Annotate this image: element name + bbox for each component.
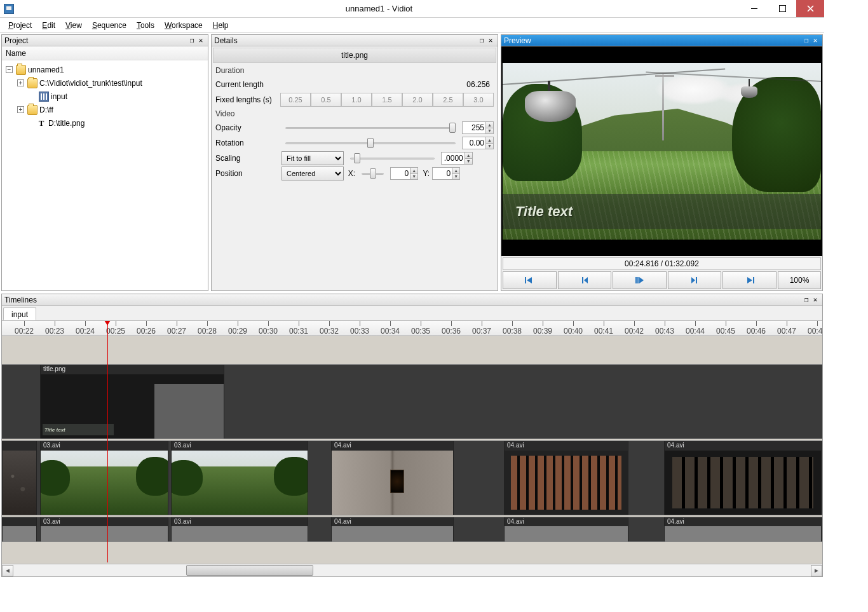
panel-close-icon[interactable]: ✕ [811, 296, 820, 304]
preview-viewport[interactable]: Title text [501, 46, 822, 256]
video-track-1[interactable]: 03.avi03.avi04.avi04.avi04.avi [2, 440, 822, 515]
position-y-value[interactable]: 0▲▼ [432, 167, 460, 180]
fixed-length-button[interactable]: 2.0 [402, 93, 433, 107]
ruler-tick: 00:36 [442, 321, 461, 336]
tree-root[interactable]: unnamed1 [3, 63, 207, 76]
clip-label: 03.avi [172, 517, 308, 526]
ruler-tick: 00:23 [45, 321, 64, 336]
position-x-value[interactable]: 0▲▼ [390, 167, 418, 180]
project-panel-header[interactable]: Project ❐ ✕ [2, 35, 208, 46]
menu-workspace[interactable]: Workspace [160, 19, 207, 32]
position-mode[interactable]: Centered [281, 167, 344, 180]
timelines-panel-header[interactable]: Timelines ❐ ✕ [2, 294, 822, 306]
panel-restore-icon[interactable]: ❐ [802, 296, 811, 304]
folder-icon [27, 78, 37, 88]
tree-item[interactable]: C:\Vidiot\vidiot_trunk\test\input [3, 76, 207, 90]
current-length-value: 06.256 [466, 80, 494, 89]
scroll-thumb[interactable] [186, 565, 313, 576]
timeline-clip[interactable]: 04.avi [504, 441, 628, 515]
menu-tools[interactable]: Tools [132, 19, 159, 32]
ruler-tick: 00:28 [198, 321, 217, 336]
ruler-tick: 00:42 [625, 321, 644, 336]
opacity-slider[interactable] [285, 122, 456, 133]
play-button[interactable] [613, 271, 667, 289]
x-label: X: [346, 169, 355, 178]
clip-label: title.png [41, 365, 224, 374]
maximize-button[interactable] [768, 0, 796, 17]
fixed-length-button[interactable]: 1.5 [372, 93, 402, 107]
tree-item[interactable]: D:\ff [3, 103, 207, 116]
timeline-tab[interactable]: input [3, 307, 36, 320]
preview-panel-header[interactable]: Preview ❐ ✕ [501, 35, 822, 46]
scroll-right-icon[interactable]: ► [811, 565, 822, 576]
timeline-audio-clip[interactable]: 04.avi [504, 517, 628, 541]
scroll-left-icon[interactable]: ◄ [2, 565, 13, 576]
timeline-audio-clip[interactable] [2, 517, 37, 541]
scaling-mode[interactable]: Fit to fill [281, 151, 344, 165]
project-panel-title: Project [4, 36, 28, 45]
fixed-length-button[interactable]: 2.5 [433, 93, 463, 107]
menu-view[interactable]: View [61, 19, 86, 32]
panel-close-icon[interactable]: ✕ [196, 36, 205, 44]
fixed-length-button[interactable]: 0.25 [280, 93, 311, 107]
tree-item[interactable]: T D:\title.png [3, 116, 207, 130]
panel-restore-icon[interactable]: ❐ [477, 36, 486, 44]
tree-item[interactable]: input [3, 90, 207, 103]
timeline-clip-title[interactable]: title.png Title text [40, 365, 224, 439]
tree-item-label: input [51, 92, 67, 101]
timeline-scrollbar[interactable]: ◄ ► [2, 564, 822, 576]
expand-icon[interactable] [17, 106, 24, 113]
scaling-value[interactable]: .0000▲▼ [441, 152, 473, 165]
panel-close-icon[interactable]: ✕ [486, 36, 495, 44]
ruler-tick: 00:47 [777, 321, 796, 336]
panel-close-icon[interactable]: ✕ [811, 36, 820, 44]
timeline-ruler[interactable]: 00:2200:2300:2400:2500:2600:2700:2800:29… [2, 321, 822, 336]
rotation-value[interactable]: 0.00▲▼ [462, 137, 494, 149]
clip-label [3, 517, 36, 526]
timeline-clip[interactable]: 04.avi [331, 441, 454, 515]
fixed-length-button[interactable]: 0.5 [311, 93, 341, 107]
timeline-clip[interactable] [2, 441, 37, 515]
timeline-audio-clip[interactable]: 04.avi [331, 517, 454, 541]
position-x-slider[interactable] [362, 168, 384, 179]
sequence-icon [39, 92, 49, 102]
preview-panel-title: Preview [504, 36, 531, 45]
audio-track-1[interactable]: 03.avi03.avi04.avi04.avi04.avi [2, 517, 822, 542]
menu-project[interactable]: Project [4, 19, 36, 32]
menu-edit[interactable]: Edit [37, 19, 60, 32]
close-button[interactable] [796, 0, 824, 17]
fixed-length-button[interactable]: 1.0 [341, 93, 372, 107]
opacity-value[interactable]: 255▲▼ [462, 121, 494, 134]
timeline-clip[interactable]: 03.avi [40, 441, 168, 515]
next-frame-button[interactable] [668, 271, 722, 289]
panel-restore-icon[interactable]: ❐ [802, 36, 811, 44]
timeline-area[interactable]: 00:2200:2300:2400:2500:2600:2700:2800:29… [2, 321, 822, 576]
ruler-tick: 00:44 [686, 321, 705, 336]
prev-frame-button[interactable] [558, 271, 612, 289]
expand-icon[interactable] [6, 66, 13, 73]
tree-header-name[interactable]: Name [2, 46, 208, 60]
playhead[interactable] [107, 321, 108, 562]
video-track-2[interactable]: title.png Title text [2, 364, 822, 439]
ruler-tick: 00:35 [411, 321, 430, 336]
fixed-length-button[interactable]: 3.0 [463, 93, 494, 107]
goto-start-button[interactable] [503, 271, 557, 289]
scaling-label: Scaling [215, 154, 279, 163]
scaling-slider[interactable] [350, 153, 435, 164]
timeline-audio-clip[interactable]: 03.avi [171, 517, 308, 541]
rotation-slider[interactable] [285, 137, 456, 149]
timeline-audio-clip[interactable]: 03.avi [40, 517, 168, 541]
details-panel-header[interactable]: Details ❐ ✕ [212, 35, 498, 46]
timeline-clip[interactable]: 03.avi [171, 441, 308, 515]
minimize-button[interactable] [740, 0, 768, 17]
expand-icon[interactable] [17, 79, 24, 86]
panel-restore-icon[interactable]: ❐ [187, 36, 196, 44]
goto-end-button[interactable] [722, 271, 776, 289]
timeline-audio-clip[interactable]: 04.avi [664, 517, 822, 541]
zoom-level[interactable]: 100% [778, 271, 821, 289]
clip-label: 03.avi [41, 517, 168, 526]
menu-sequence[interactable]: Sequence [88, 19, 131, 32]
menu-help[interactable]: Help [208, 19, 233, 32]
timeline-clip[interactable]: 04.avi [664, 441, 822, 515]
fixed-length-buttons: 0.250.51.01.52.02.53.0 [280, 93, 494, 107]
